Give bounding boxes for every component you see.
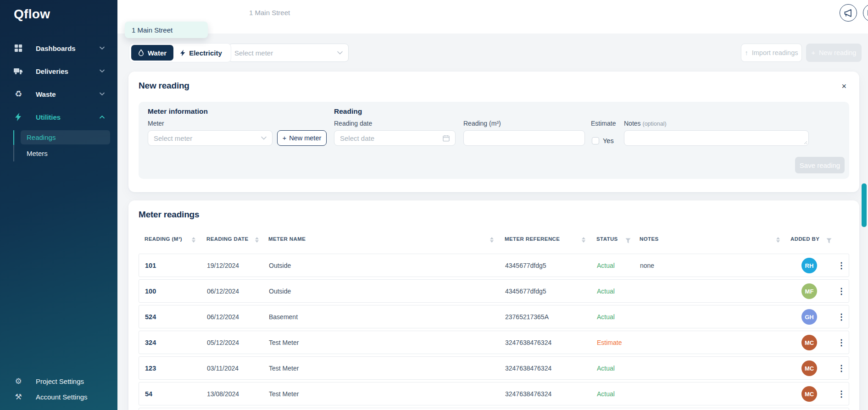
water-tab[interactable]: Water bbox=[131, 45, 173, 61]
meter-information-heading: Meter information bbox=[148, 107, 208, 116]
recycle-icon: ♻ bbox=[14, 89, 23, 99]
reading-date: 03/11/2024 bbox=[207, 365, 239, 372]
notes-value: none bbox=[640, 262, 654, 269]
filter-icon[interactable] bbox=[826, 238, 832, 244]
meter-reference: 23765217365A bbox=[505, 313, 549, 321]
sidebar-item-dashboards[interactable]: Dashboards bbox=[0, 37, 117, 60]
reading-date: 05/12/2024 bbox=[207, 339, 239, 346]
new-reading-card: New reading × Meter information Reading … bbox=[128, 72, 859, 192]
dashboard-grid-icon bbox=[14, 44, 23, 53]
new-reading-button[interactable]: + New reading bbox=[806, 44, 862, 62]
import-readings-label: Import readings bbox=[752, 49, 798, 56]
sidebar-item-account-settings[interactable]: ⚒ Account Settings bbox=[0, 389, 117, 404]
row-actions-button[interactable]: ⋮ bbox=[835, 337, 848, 349]
table-body: 101 19/12/2024 Outside 4345677dfdg5 Actu… bbox=[139, 254, 849, 408]
crossed-tools-icon: ⚒ bbox=[14, 393, 23, 401]
reading-date: 19/12/2024 bbox=[207, 262, 239, 269]
app-logo: Qflow bbox=[14, 7, 50, 22]
sidebar-item-label: Dashboards bbox=[36, 44, 76, 52]
notes-textarea[interactable] bbox=[624, 130, 809, 146]
lightning-bolt-icon bbox=[180, 50, 185, 56]
table-row: 100 06/12/2024 Outside 4345677dfdg5 Actu… bbox=[139, 279, 849, 303]
sidebar-item-label: Utilities bbox=[36, 113, 61, 121]
truck-icon bbox=[14, 66, 23, 76]
close-icon[interactable]: × bbox=[841, 82, 846, 91]
select-placeholder: Select meter bbox=[154, 134, 192, 142]
col-date: Reading date bbox=[206, 236, 248, 242]
sidebar-item-deliveries[interactable]: Deliveries bbox=[0, 60, 117, 83]
sidebar-item-readings[interactable]: Readings bbox=[21, 130, 110, 144]
reading-date-label: Reading date bbox=[334, 120, 372, 127]
reading-heading: Reading bbox=[334, 107, 362, 116]
reading-value: 54 bbox=[145, 390, 152, 398]
reading-date-input[interactable]: Select date bbox=[334, 130, 456, 146]
row-actions-button[interactable]: ⋮ bbox=[835, 311, 848, 323]
meter-reference: 4345677dfdg5 bbox=[505, 288, 546, 295]
col-notes: Notes bbox=[640, 236, 659, 242]
import-readings-button[interactable]: ↑ Import readings bbox=[741, 44, 802, 62]
new-reading-title: New reading bbox=[139, 81, 189, 91]
meter-name: Test Meter bbox=[269, 339, 299, 346]
sidebar-item-utilities[interactable]: Utilities bbox=[0, 105, 117, 128]
meter-label: Meter bbox=[148, 120, 164, 127]
meter-name: Outside bbox=[269, 288, 291, 295]
sidebar-item-label: Waste bbox=[36, 90, 56, 98]
project-option[interactable]: 1 Main Street bbox=[125, 22, 208, 38]
project-select[interactable]: 1 Main Street bbox=[249, 9, 290, 17]
table-row: 54 13/08/2024 Test Meter 3247638476324 A… bbox=[139, 382, 849, 405]
sidebar-item-waste[interactable]: ♻ Waste bbox=[0, 83, 117, 105]
col-reading: Reading (m³) bbox=[145, 236, 182, 242]
sidebar-item-label: Account Settings bbox=[36, 393, 88, 401]
calendar-icon bbox=[443, 135, 450, 142]
added-by-avatar: GH bbox=[801, 309, 817, 325]
sort-icon[interactable] bbox=[192, 237, 195, 243]
chevron-down-icon bbox=[100, 70, 105, 73]
table-row: 324 05/12/2024 Test Meter 3247638476324 … bbox=[139, 331, 849, 354]
col-status: Status bbox=[596, 236, 618, 242]
sort-icon[interactable] bbox=[255, 237, 259, 243]
sort-icon[interactable] bbox=[582, 237, 585, 243]
reading-value-input[interactable] bbox=[463, 130, 585, 146]
meter-reference: 3247638476324 bbox=[505, 365, 551, 372]
select-placeholder: Select meter bbox=[234, 49, 273, 57]
sidebar-item-label: Deliveries bbox=[36, 67, 68, 75]
new-reading-form: Meter information Reading Meter Reading … bbox=[139, 102, 849, 179]
meter-reference: 3247638476324 bbox=[505, 390, 551, 398]
added-by-avatar: MF bbox=[801, 283, 817, 299]
meter-select[interactable]: Select meter bbox=[148, 130, 273, 146]
meter-readings-card: Meter readings Reading (m³) Reading date… bbox=[128, 200, 859, 410]
meter-name: Test Meter bbox=[269, 365, 299, 372]
sidebar-item-label: Project Settings bbox=[36, 377, 84, 385]
reading-value-label: Reading (m³) bbox=[463, 120, 501, 127]
new-meter-button[interactable]: + New meter bbox=[277, 130, 327, 146]
row-actions-button[interactable]: ⋮ bbox=[835, 260, 848, 271]
status-badge: Actual bbox=[597, 288, 615, 295]
meter-filter-select[interactable]: Select meter bbox=[228, 44, 349, 62]
docs-button[interactable] bbox=[863, 4, 868, 22]
col-reference: Meter reference bbox=[505, 236, 560, 242]
save-reading-button[interactable]: Save reading bbox=[795, 157, 845, 173]
row-actions-button[interactable]: ⋮ bbox=[835, 388, 848, 400]
status-badge: Estimate bbox=[597, 339, 622, 346]
announcements-button[interactable] bbox=[840, 4, 857, 22]
status-badge: Actual bbox=[597, 262, 615, 269]
sort-icon[interactable] bbox=[776, 237, 780, 243]
sidebar-item-project-settings[interactable]: ⚙ Project Settings bbox=[0, 373, 117, 389]
status-badge: Actual bbox=[597, 313, 615, 321]
estimate-checkbox[interactable] bbox=[592, 137, 599, 144]
meter-name: Outside bbox=[269, 262, 291, 269]
filter-icon[interactable] bbox=[625, 238, 631, 244]
sort-icon[interactable] bbox=[490, 237, 494, 243]
table-row: 123 03/11/2024 Test Meter 3247638476324 … bbox=[139, 356, 849, 380]
chevron-up-icon bbox=[100, 116, 105, 119]
sidebar-subitem-label: Meters bbox=[27, 150, 48, 157]
reading-date: 06/12/2024 bbox=[207, 288, 239, 295]
sidebar-item-meters[interactable]: Meters bbox=[21, 146, 110, 161]
added-by-avatar: RH bbox=[801, 258, 817, 273]
scrollbar-thumb[interactable] bbox=[862, 183, 867, 227]
row-actions-button[interactable]: ⋮ bbox=[835, 362, 848, 374]
chevron-down-icon bbox=[100, 47, 105, 50]
gear-icon: ⚙ bbox=[14, 377, 23, 385]
electricity-tab[interactable]: Electricity bbox=[173, 45, 229, 61]
row-actions-button[interactable]: ⋮ bbox=[835, 285, 848, 297]
